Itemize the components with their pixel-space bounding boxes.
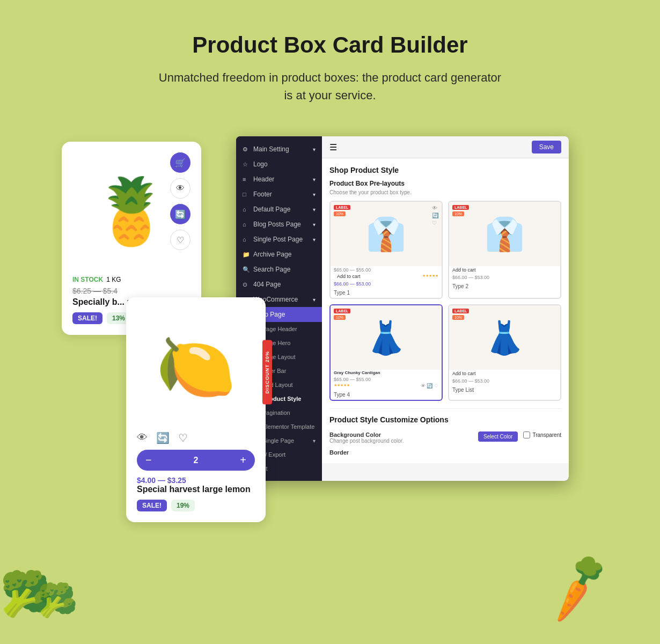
main-panel-content: ☰ Save Shop Product Style Product Box Pr… xyxy=(322,136,569,481)
save-button[interactable]: Save xyxy=(532,141,561,153)
type-card-list[interactable]: LABEL 10% 👗 Add to cart $66.00 — $53.00 … xyxy=(448,304,561,401)
lemon-action-icons: 👁 🔄 ♡ xyxy=(137,431,255,444)
panel-body: Shop Product Style Product Box Pre-layou… xyxy=(322,158,569,463)
eye-icon-button[interactable]: 👁 xyxy=(170,178,190,199)
section-title: Shop Product Style xyxy=(329,166,561,174)
sidebar-label: Logo xyxy=(253,160,268,168)
border-label: Border xyxy=(329,449,561,456)
prelayout-desc: Choose the your product box type. xyxy=(329,189,561,195)
sidebar-item-404[interactable]: ⊙ 404 Page xyxy=(236,277,322,292)
type-list-label: Type List xyxy=(449,385,560,395)
type4-stars: ★★★★★ xyxy=(334,383,350,389)
stock-weight: 1 KG xyxy=(106,276,121,283)
type4-image: LABEL 10% 👗 xyxy=(331,305,442,370)
chevron-icon: ▾ xyxy=(313,237,316,243)
transparent-checkbox-row: Transparent xyxy=(523,431,561,438)
price-range: $6.25 — $5.4 xyxy=(72,287,190,295)
sidebar-item-default-page[interactable]: ⌂ Default Page ▾ xyxy=(236,202,322,217)
type1-price-sale: $66.00 — $53.00 xyxy=(331,281,442,288)
qty-plus-button[interactable]: + xyxy=(240,454,246,466)
label-badge-4: LABEL xyxy=(334,309,350,313)
sidebar-label: Header xyxy=(253,175,274,183)
eye-icon[interactable]: 👁 xyxy=(137,431,148,444)
sidebar-label: Main Setting xyxy=(253,145,289,153)
type2-image: LABEL 10% 👔 xyxy=(449,202,560,266)
lemon-image: 🍋 xyxy=(156,330,236,405)
qty-value: 2 xyxy=(194,456,199,465)
refresh-icon-button[interactable]: 🔄 xyxy=(170,204,190,224)
panel-header: ☰ Save xyxy=(322,136,569,158)
broccoli-decoration-2: 🥦 xyxy=(38,581,78,619)
product-types-grid: LABEL 10% 👔 👁 🔄 ♡ $65.00 — $55.00 Add t xyxy=(329,201,561,401)
chevron-icon: ▾ xyxy=(313,297,316,303)
gear-icon: ⚙ xyxy=(243,146,250,153)
type4-product-name: Gray Chunky Cardigan xyxy=(331,370,442,376)
sidebar-item-header[interactable]: ≡ Header ▾ xyxy=(236,172,322,187)
shirt-icon-list: 👗 xyxy=(485,319,525,357)
qty-minus-button[interactable]: − xyxy=(145,454,152,466)
heart-mini-icon: ♡ xyxy=(432,220,438,226)
heart-icon[interactable]: ♡ xyxy=(178,431,188,444)
product-card-lemon: 🍋 👁 🔄 ♡ − 2 + $4.00 — $3.25 Special harv… xyxy=(126,297,266,522)
sidebar-item-archive[interactable]: 📁 Archive Page xyxy=(236,247,322,262)
eye-mini-icon: 👁 xyxy=(432,205,438,211)
type2-price: $66.00 — $53.00 xyxy=(449,274,560,281)
discount-ribbon: DISCOUNT 20% xyxy=(262,340,272,405)
shirt-icon-4: 👗 xyxy=(366,319,406,357)
customize-title: Product Style Customize Options xyxy=(329,415,561,424)
customize-section: Product Style Customize Options Backgrou… xyxy=(329,408,561,456)
type1-add-btn: Add to cart xyxy=(334,274,364,280)
sidebar-label: Search Page xyxy=(253,266,290,273)
lemon-discount-badge: 19% xyxy=(171,500,195,511)
sidebar-label: Archive Page xyxy=(253,251,291,258)
home-icon: ⌂ xyxy=(243,206,250,213)
transparent-checkbox[interactable] xyxy=(523,431,530,438)
percent-badge-2: 10% xyxy=(452,211,464,216)
type-card-1[interactable]: LABEL 10% 👔 👁 🔄 ♡ $65.00 — $55.00 Add t xyxy=(329,201,443,299)
label-badge-list: LABEL xyxy=(452,309,469,313)
sidebar-item-single-post[interactable]: ⌂ Single Post Page ▾ xyxy=(236,232,322,247)
chevron-icon: ▾ xyxy=(313,177,316,182)
sidebar-label: Default Page xyxy=(253,206,290,213)
type1-stars: ★★★★★ xyxy=(422,274,438,280)
refresh-icon[interactable]: 🔄 xyxy=(156,431,170,444)
type-list-image: LABEL 10% 👗 xyxy=(449,305,560,370)
percent-badge-1: 10% xyxy=(334,211,346,216)
sidebar-item-blog-posts[interactable]: ⌂ Blog Posts Page ▾ xyxy=(236,217,322,232)
sidebar-item-search[interactable]: 🔍 Search Page xyxy=(236,262,322,277)
cart-icon-button[interactable]: 🛒 xyxy=(170,152,190,173)
sidebar-item-main-setting[interactable]: ⚙ Main Setting ▾ xyxy=(236,142,322,157)
stock-info: IN STOCK 1 KG xyxy=(72,276,190,283)
in-stock-label: IN STOCK xyxy=(72,276,103,283)
transparent-label: Transparent xyxy=(532,432,561,438)
wishlist-icon-button[interactable]: ♡ xyxy=(170,230,190,250)
sale-badge: SALE! xyxy=(72,312,102,324)
type2-add-btn: Add to cart xyxy=(449,266,560,274)
chevron-icon: ▾ xyxy=(313,222,316,228)
chevron-icon: ▾ xyxy=(313,147,316,152)
circle-icon: ⊙ xyxy=(243,281,250,288)
chevron-icon: ▾ xyxy=(313,192,316,197)
bg-color-label: Background Color xyxy=(329,431,473,438)
type2-label: Type 2 xyxy=(449,281,560,291)
page-title: Product Box Card Builder xyxy=(11,32,649,58)
shirt-icon-2: 👔 xyxy=(485,215,525,253)
type-card-2[interactable]: LABEL 10% 👔 Add to cart $66.00 — $53.00 … xyxy=(448,201,561,299)
type-card-4[interactable]: LABEL 10% 👗 Gray Chunky Cardigan $65.00 … xyxy=(329,304,443,401)
select-color-button[interactable]: Select Color xyxy=(478,431,518,442)
type4-label: Type 4 xyxy=(331,390,442,400)
type4-price: $65.00 — $55.00 xyxy=(331,376,442,383)
refresh-mini-icon: 🔄 xyxy=(432,213,438,218)
carrot-decoration: 🥕 xyxy=(536,546,621,629)
sidebar-label: Single Post Page xyxy=(253,236,303,243)
lemon-price: $4.00 — $3.25 xyxy=(137,476,255,485)
sidebar-item-logo[interactable]: ☆ Logo xyxy=(236,157,322,172)
shirt-icon-1: 👔 xyxy=(366,215,406,253)
sidebar-item-footer[interactable]: □ Footer ▾ xyxy=(236,187,322,202)
type1-label: Type 1 xyxy=(331,288,442,298)
label-badge-2: LABEL xyxy=(452,205,469,210)
archive-icon: 📁 xyxy=(243,251,250,258)
percent-badge-4: 10% xyxy=(334,315,346,320)
type1-price: $65.00 — $55.00 xyxy=(331,266,442,274)
prelayout-title: Product Box Pre-layouts xyxy=(329,180,561,187)
